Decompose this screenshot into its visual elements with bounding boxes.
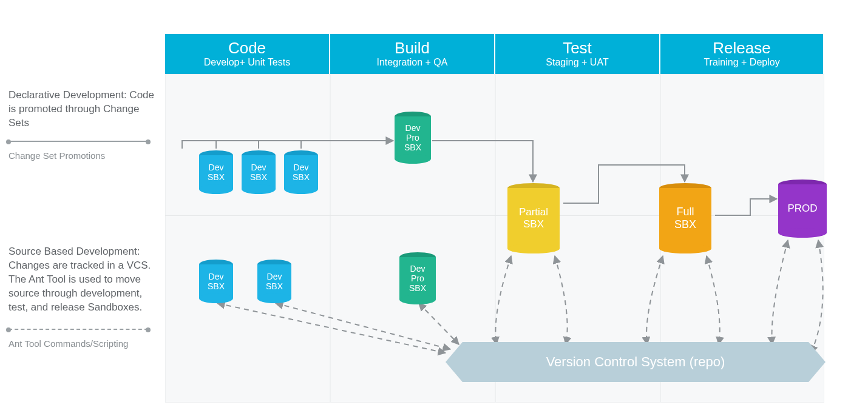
- col-title: Code: [228, 40, 266, 56]
- node-label: DevProSBX: [404, 123, 421, 152]
- legend-solid-line: [8, 141, 148, 142]
- row-divider: [165, 215, 823, 216]
- node-label: DevSBX: [266, 272, 283, 291]
- legend-declarative-text: Declarative Development: Code is promote…: [8, 89, 154, 130]
- node-label: DevSBX: [293, 163, 310, 182]
- legend-dot: [146, 139, 151, 144]
- col-header-build: Build Integration + QA: [330, 34, 494, 74]
- legend-source-caption: Ant Tool Commands/Scripting: [8, 338, 154, 349]
- col-subtitle: Integration + QA: [377, 57, 448, 68]
- col-panel: [165, 74, 330, 403]
- col-header-code: Code Develop+ Unit Tests: [165, 34, 329, 74]
- legend-source-text: Source Based Development: Changes are tr…: [8, 245, 154, 315]
- col-subtitle: Staging + UAT: [546, 57, 608, 68]
- node-label: DevSBX: [208, 163, 225, 182]
- legend-dot: [146, 327, 151, 332]
- vcs-repo: Version Control System (repo): [463, 342, 809, 382]
- col-subtitle: Develop+ Unit Tests: [204, 57, 290, 68]
- node-label: DevSBX: [208, 272, 225, 291]
- legend-dashed-line: [8, 329, 148, 330]
- node-label: FullSBX: [674, 206, 696, 230]
- node-label: DevSBX: [250, 163, 267, 182]
- col-title: Build: [395, 40, 430, 56]
- node-label: PROD: [787, 203, 817, 215]
- legend-declarative-caption: Change Set Promotions: [8, 150, 154, 161]
- node-dev-sbx: DevSBX: [284, 155, 318, 189]
- node-prod: PROD: [778, 184, 827, 233]
- node-dev-sbx: DevSBX: [257, 264, 291, 298]
- node-dev-pro-sbx: DevProSBX: [395, 116, 431, 159]
- svg-point-1: [823, 397, 840, 414]
- node-dev-pro-sbx: DevProSBX: [399, 257, 436, 300]
- col-subtitle: Training + Deploy: [704, 57, 779, 68]
- node-partial-sbx: PartialSBX: [507, 188, 560, 249]
- node-full-sbx: FullSBX: [659, 188, 711, 249]
- node-dev-sbx: DevSBX: [242, 155, 276, 189]
- node-label: DevProSBX: [409, 264, 426, 293]
- legend-dot: [6, 139, 11, 144]
- vcs-label: Version Control System (repo): [546, 354, 725, 370]
- col-title: Release: [713, 40, 770, 56]
- col-header-release: Release Training + Deploy: [660, 34, 823, 74]
- node-dev-sbx: DevSBX: [199, 155, 233, 189]
- node-dev-sbx: DevSBX: [199, 264, 233, 298]
- node-label: PartialSBX: [519, 206, 548, 230]
- legend-dot: [6, 327, 11, 332]
- diagram-stage: Code Develop+ Unit Tests Build Integrati…: [0, 0, 868, 416]
- col-title: Test: [563, 40, 592, 56]
- col-header-test: Test Staging + UAT: [495, 34, 659, 74]
